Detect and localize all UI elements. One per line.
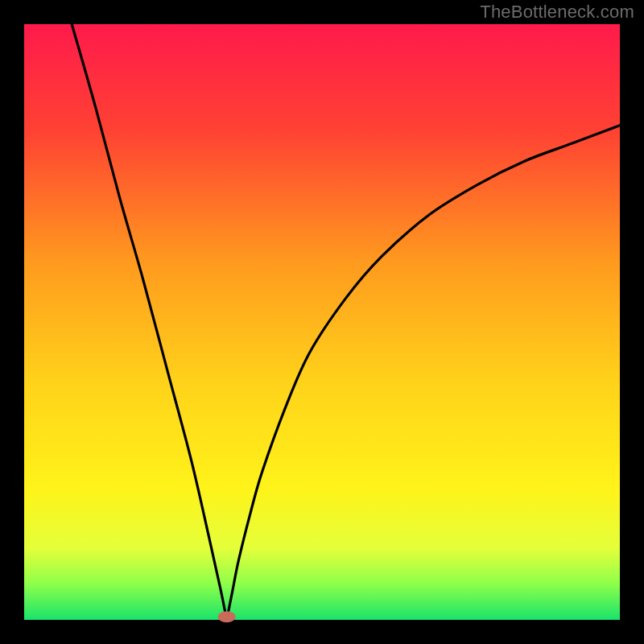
vertex-marker — [218, 611, 236, 622]
watermark-text: TheBottleneck.com — [480, 2, 634, 23]
bottleneck-chart — [0, 0, 644, 644]
gradient-background — [24, 24, 620, 620]
chart-frame: { "watermark": "TheBottleneck.com", "cha… — [0, 0, 644, 644]
